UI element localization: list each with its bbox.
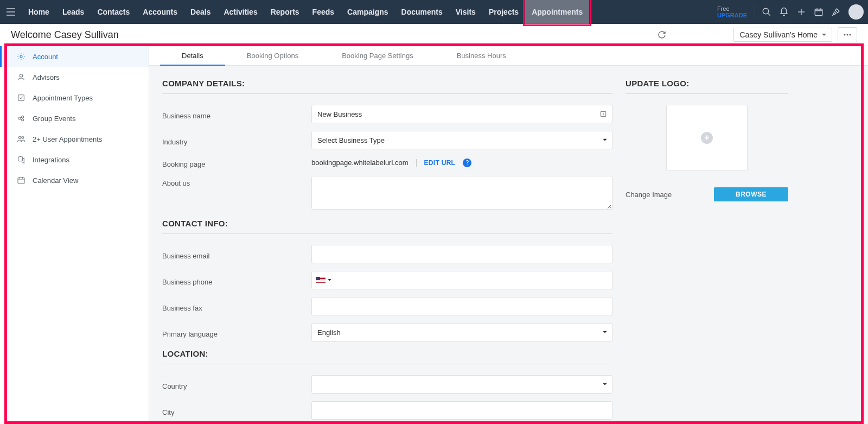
business-name-input[interactable]: [311, 105, 612, 123]
label-industry: Industry: [162, 135, 311, 146]
search-icon[interactable]: [758, 4, 775, 20]
subheader: Welcome Casey Sullivan Casey Sullivan's …: [0, 24, 868, 46]
plan-label: Free: [717, 5, 730, 12]
topnav-item-leads[interactable]: Leads: [56, 0, 91, 24]
about-us-textarea[interactable]: [311, 176, 612, 210]
sidebar-item-account[interactable]: Account: [0, 46, 149, 67]
topnav-item-home[interactable]: Home: [22, 0, 56, 24]
help-icon[interactable]: ?: [463, 159, 471, 167]
avatar[interactable]: [848, 4, 864, 20]
edit-field-icon[interactable]: [599, 110, 607, 118]
tab-details[interactable]: Details: [160, 46, 225, 65]
topnav-item-contacts[interactable]: Contacts: [91, 0, 136, 24]
label-business-phone: Business phone: [162, 275, 311, 286]
section-contact-info: CONTACT INFO:: [162, 219, 612, 234]
upgrade-link[interactable]: UPGRADE: [717, 12, 747, 18]
topnav-item-appointments[interactable]: Appointments: [525, 0, 589, 24]
tabs: DetailsBooking OptionsBooking Page Setti…: [149, 46, 868, 66]
topnav-item-feeds[interactable]: Feeds: [306, 0, 341, 24]
sidebar-item-group-events[interactable]: Group Events: [0, 108, 149, 129]
phone-country-select[interactable]: [316, 277, 331, 283]
sidebar-item-label: Advisors: [33, 73, 60, 81]
section-company-details: COMPANY DETAILS:: [162, 79, 612, 94]
topnav-item-projects[interactable]: Projects: [482, 0, 525, 24]
topnav-item-visits[interactable]: Visits: [449, 0, 482, 24]
bell-icon[interactable]: [776, 4, 792, 20]
divider: [755, 5, 755, 18]
more-button[interactable]: [838, 27, 857, 42]
topnav-item-campaigns[interactable]: Campaigns: [341, 0, 394, 24]
label-city: City: [162, 405, 311, 416]
browse-button[interactable]: BROWSE: [714, 187, 788, 201]
sidebar-icon: [16, 175, 26, 185]
hamburger-icon[interactable]: [4, 5, 17, 18]
svg-line-4: [768, 13, 770, 16]
sidebar-item-label: Calendar View: [33, 176, 78, 185]
svg-point-12: [847, 34, 848, 36]
topnav-item-accounts[interactable]: Accounts: [136, 0, 184, 24]
svg-point-3: [763, 8, 769, 14]
refresh-icon[interactable]: [655, 28, 668, 41]
top-nav: HomeLeadsContactsAccountsDealsActivities…: [0, 0, 868, 24]
home-select[interactable]: Casey Sullivan's Home: [733, 28, 832, 42]
upgrade-block: Free UPGRADE: [717, 5, 747, 18]
topnav-item-deals[interactable]: Deals: [184, 0, 217, 24]
sidebar-item-label: Appointment Types: [33, 94, 93, 102]
label-business-email: Business email: [162, 249, 311, 260]
sidebar-icon: [16, 93, 26, 103]
sidebar-icon: [16, 134, 26, 144]
logo-upload-box[interactable]: +: [666, 105, 748, 171]
plus-icon[interactable]: [793, 4, 809, 20]
sidebar-icon: [16, 52, 26, 61]
home-select-label: Casey Sullivan's Home: [739, 30, 818, 39]
label-booking-page: Booking page: [162, 157, 311, 168]
sidebar: AccountAdvisorsAppointment TypesGroup Ev…: [0, 46, 149, 424]
business-fax-input[interactable]: [311, 297, 612, 315]
tools-icon[interactable]: [828, 4, 844, 20]
topnav-item-reports[interactable]: Reports: [264, 0, 306, 24]
welcome-text: Welcome Casey Sullivan: [11, 29, 119, 41]
sidebar-item-label: Integrations: [33, 156, 69, 164]
calendar-icon[interactable]: [810, 4, 827, 20]
edit-url-link[interactable]: EDIT URL: [424, 159, 456, 167]
sidebar-item-appointment-types[interactable]: Appointment Types: [0, 87, 149, 108]
tab-business-hours[interactable]: Business Hours: [435, 46, 528, 65]
svg-point-13: [850, 34, 851, 36]
svg-point-15: [20, 74, 22, 77]
sidebar-item-2-user-appointments[interactable]: 2+ User Appointments: [0, 129, 149, 149]
sidebar-item-advisors[interactable]: Advisors: [0, 67, 149, 87]
topnav-item-documents[interactable]: Documents: [395, 0, 449, 24]
sidebar-item-label: Group Events: [33, 115, 76, 123]
main: AccountAdvisorsAppointment TypesGroup Ev…: [0, 46, 868, 424]
business-phone-input[interactable]: [311, 271, 612, 289]
sidebar-item-label: 2+ User Appointments: [33, 135, 102, 143]
svg-point-19: [22, 119, 24, 121]
flag-us-icon: [316, 277, 326, 283]
label-business-name: Business name: [162, 109, 311, 120]
svg-point-14: [20, 55, 22, 58]
booking-url-text: bookingpage.whitelabelurl.com: [311, 159, 409, 167]
primary-language-select[interactable]: English: [311, 323, 612, 341]
svg-point-11: [844, 34, 846, 36]
sidebar-item-calendar-view[interactable]: Calendar View: [0, 170, 149, 191]
sidebar-icon: [16, 155, 26, 164]
svg-line-21: [21, 119, 22, 119]
industry-select[interactable]: Select Business Type: [311, 131, 612, 149]
svg-point-17: [18, 117, 21, 119]
chevron-down-icon: [822, 34, 826, 36]
tab-booking-page-settings[interactable]: Booking Page Settings: [320, 46, 435, 65]
content: DetailsBooking OptionsBooking Page Setti…: [149, 46, 868, 424]
svg-rect-25: [18, 178, 24, 183]
country-select[interactable]: [311, 375, 612, 394]
tab-booking-options[interactable]: Booking Options: [225, 46, 320, 65]
city-input[interactable]: [311, 401, 612, 420]
sidebar-item-integrations[interactable]: Integrations: [0, 149, 149, 170]
svg-rect-16: [18, 95, 24, 101]
svg-rect-7: [815, 9, 822, 16]
label-change-image: Change Image: [626, 191, 672, 199]
topnav-item-activities[interactable]: Activities: [217, 0, 264, 24]
svg-point-22: [18, 136, 21, 138]
section-location: LOCATION:: [162, 349, 612, 364]
business-email-input[interactable]: [311, 245, 612, 263]
label-country: Country: [162, 379, 311, 390]
